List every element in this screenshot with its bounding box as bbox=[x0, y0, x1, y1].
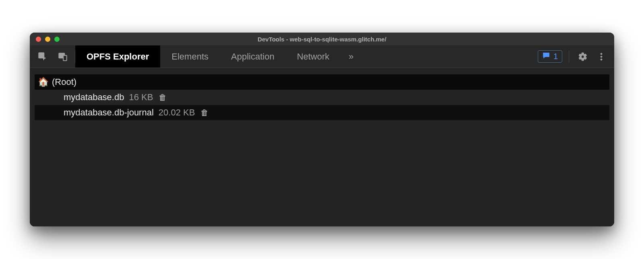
devtools-window: DevTools - web-sql-to-sqlite-wasm.glitch… bbox=[30, 33, 614, 226]
file-tree: 🏠 (Root) mydatabase.db 16 KB 🗑 mydatabas… bbox=[35, 74, 609, 120]
svg-point-3 bbox=[601, 53, 602, 55]
tab-application[interactable]: Application bbox=[220, 45, 286, 68]
trash-icon[interactable]: 🗑 bbox=[159, 93, 167, 102]
toolbar: OPFS Explorer Elements Application Netwo… bbox=[30, 45, 614, 68]
tab-strip: OPFS Explorer Elements Application Netwo… bbox=[75, 45, 362, 68]
tree-root-row[interactable]: 🏠 (Root) bbox=[35, 74, 609, 90]
minimize-window-button[interactable] bbox=[45, 37, 50, 42]
svg-rect-2 bbox=[63, 55, 67, 60]
speech-bubble-icon bbox=[542, 51, 550, 62]
device-toolbar-button[interactable] bbox=[56, 49, 70, 64]
tab-label: Elements bbox=[171, 51, 208, 62]
file-row[interactable]: mydatabase.db 16 KB 🗑 bbox=[35, 90, 609, 105]
file-size: 16 KB bbox=[129, 92, 153, 103]
toolbar-right: 1 bbox=[538, 45, 614, 68]
titlebar: DevTools - web-sql-to-sqlite-wasm.glitch… bbox=[30, 33, 614, 45]
file-row[interactable]: mydatabase.db-journal 20.02 KB 🗑 bbox=[35, 105, 609, 120]
svg-point-4 bbox=[601, 56, 602, 58]
tab-label: Network bbox=[297, 51, 330, 62]
maximize-window-button[interactable] bbox=[54, 37, 60, 42]
tab-network[interactable]: Network bbox=[286, 45, 341, 68]
svg-point-5 bbox=[601, 59, 602, 60]
more-tabs-label: » bbox=[349, 51, 353, 62]
opfs-panel: 🏠 (Root) mydatabase.db 16 KB 🗑 mydatabas… bbox=[30, 68, 614, 226]
tab-label: Application bbox=[231, 51, 275, 62]
issues-count: 1 bbox=[553, 52, 558, 61]
window-title: DevTools - web-sql-to-sqlite-wasm.glitch… bbox=[258, 36, 386, 43]
tab-elements[interactable]: Elements bbox=[160, 45, 220, 68]
close-window-button[interactable] bbox=[36, 37, 41, 42]
issues-badge[interactable]: 1 bbox=[538, 50, 562, 63]
file-name: mydatabase.db-journal bbox=[64, 107, 154, 118]
traffic-lights bbox=[36, 37, 60, 42]
tab-label: OPFS Explorer bbox=[87, 51, 149, 62]
root-label: (Root) bbox=[52, 77, 76, 87]
toolbar-left-icons bbox=[30, 45, 75, 68]
file-name: mydatabase.db bbox=[64, 92, 124, 103]
settings-button[interactable] bbox=[576, 49, 590, 64]
kebab-menu-button[interactable] bbox=[594, 49, 609, 64]
file-size: 20.02 KB bbox=[159, 107, 195, 118]
more-tabs-button[interactable]: » bbox=[341, 45, 361, 68]
trash-icon[interactable]: 🗑 bbox=[200, 108, 208, 117]
toolbar-divider bbox=[569, 51, 569, 63]
inspect-element-button[interactable] bbox=[35, 49, 50, 64]
tab-opfs-explorer[interactable]: OPFS Explorer bbox=[75, 45, 160, 68]
home-icon: 🏠 bbox=[38, 77, 49, 87]
